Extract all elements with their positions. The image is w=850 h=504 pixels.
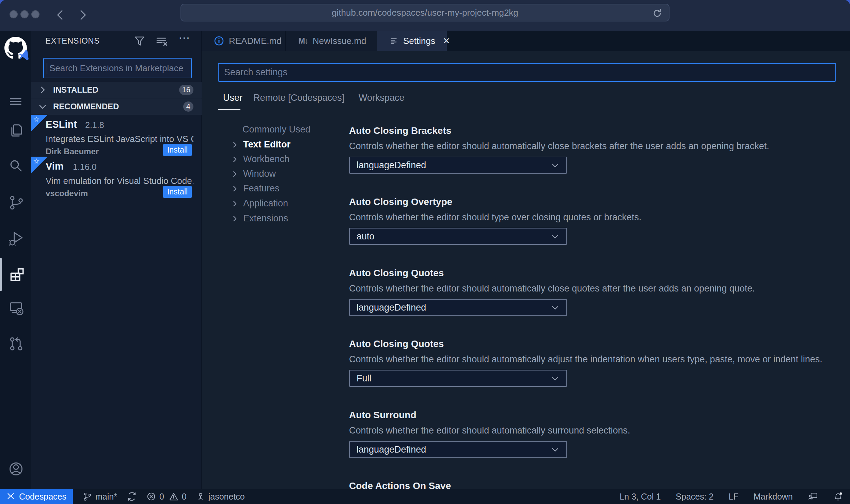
section-label: RECOMMENDED (53, 102, 119, 111)
star-icon: ☆ (33, 157, 40, 166)
github-codespaces-logo (4, 37, 27, 59)
text-cursor (47, 63, 47, 74)
toc-label: Window (243, 169, 276, 179)
sync-button[interactable] (127, 491, 137, 502)
setting-description: Controls whether the editor should type … (349, 212, 641, 223)
dropdown-value: Full (357, 373, 551, 384)
tab-label: README.md (229, 36, 282, 46)
extensions-icon[interactable] (8, 267, 25, 283)
traffic-light-close[interactable] (10, 10, 18, 18)
extension-name: ESLint (46, 119, 77, 130)
address-bar[interactable]: github.com/codespaces/user-my-project-mg… (180, 4, 670, 21)
setting-dropdown[interactable]: languageDefined (349, 157, 567, 174)
extension-description: Integrates ESLint JavaScript into VS C..… (46, 134, 193, 144)
language-mode[interactable]: Markdown (754, 492, 793, 502)
browser-forward-icon[interactable] (76, 8, 89, 22)
info-icon (214, 36, 224, 46)
setting-dropdown[interactable]: auto (349, 228, 567, 245)
setting-title: Auto Closing Quotes (349, 338, 843, 349)
chevron-right-icon (231, 156, 238, 163)
extension-name: Vim (46, 161, 64, 172)
indentation[interactable]: Spaces: 2 (676, 492, 713, 502)
status-bar: Codespaces main* 0 0 jasonetco Ln 3, Col… (0, 489, 850, 504)
active-view-indicator (0, 258, 2, 291)
scope-tab-remote[interactable]: Remote [Codespaces] (253, 93, 344, 103)
toc-label: Commonly Used (242, 124, 311, 135)
activity-bar: ⚙ (0, 31, 31, 489)
browser-back-icon[interactable] (54, 8, 67, 22)
cursor-position[interactable]: Ln 3, Col 1 (619, 492, 661, 502)
tab-readme[interactable]: README.md (202, 31, 286, 51)
tab-newissue[interactable]: M↓ NewIssue.md (286, 31, 377, 51)
settings-list-icon (390, 36, 398, 45)
traffic-light-zoom[interactable] (31, 10, 40, 18)
chevron-right-icon (231, 170, 238, 178)
branch-icon (82, 492, 92, 501)
toc-window[interactable]: Window (231, 167, 276, 181)
chevron-down-icon (551, 303, 560, 312)
setting-dropdown[interactable]: languageDefined (349, 441, 567, 458)
tab-bar: README.md M↓ NewIssue.md Settings ✕ (202, 31, 850, 51)
codespaces-remote-button[interactable]: Codespaces (0, 489, 73, 504)
extensions-search-box[interactable] (43, 58, 192, 78)
install-button[interactable]: Install (163, 186, 192, 198)
setting-title: Auto Closing Quotes (349, 268, 843, 279)
extension-item-eslint[interactable]: ☆ ESLint 2.1.8 Integrates ESLint JavaScr… (31, 115, 202, 156)
chevron-right-icon (231, 200, 238, 207)
setting-dropdown[interactable]: Full (349, 370, 567, 387)
toc-label: Workbench (243, 154, 289, 164)
install-button[interactable]: Install (163, 144, 192, 156)
toc-features[interactable]: Features (231, 181, 280, 196)
traffic-light-minimize[interactable] (20, 10, 29, 18)
error-icon (146, 492, 156, 501)
toc-extensions[interactable]: Extensions (231, 211, 288, 226)
branch-indicator[interactable]: main* (82, 492, 117, 502)
reload-icon[interactable] (652, 8, 663, 19)
extension-item-vim[interactable]: ☆ Vim 1.16.0 Vim emulation for Visual St… (31, 157, 202, 198)
toc-workbench[interactable]: Workbench (231, 152, 289, 167)
account-icon[interactable] (8, 461, 24, 477)
tab-settings[interactable]: Settings ✕ (377, 31, 447, 51)
setting-title: Code Actions On Save (349, 481, 843, 489)
settings-search-input[interactable] (219, 64, 835, 81)
installed-count-badge: 16 (179, 85, 193, 95)
more-actions-icon[interactable]: ⋯ (178, 33, 190, 43)
eol-sequence[interactable]: LF (728, 492, 738, 502)
setting-description: Controls whether the editor should autom… (349, 283, 755, 294)
section-recommended[interactable]: RECOMMENDED 4 (31, 98, 202, 115)
chevron-right-icon (231, 185, 238, 192)
explorer-icon[interactable] (8, 123, 24, 138)
run-debug-icon[interactable] (8, 230, 24, 246)
scope-tab-user[interactable]: User (223, 93, 242, 103)
toc-commonly-used[interactable]: Commonly Used (231, 122, 311, 137)
notifications-bell-icon[interactable] (833, 491, 843, 502)
tab-label: NewIssue.md (313, 36, 366, 46)
filter-icon[interactable] (133, 35, 146, 47)
warning-count: 0 (182, 492, 187, 502)
extensions-sidebar: EXTENSIONS ⋯ INSTALLED 16 RECOMMENDED 4 (31, 31, 202, 489)
feedback-icon[interactable] (808, 491, 818, 502)
close-icon[interactable]: ✕ (443, 36, 450, 46)
menu-icon[interactable] (8, 94, 23, 109)
search-icon[interactable] (8, 158, 24, 174)
extensions-search-input[interactable] (44, 59, 191, 78)
setting-dropdown[interactable]: languageDefined (349, 299, 567, 316)
setting-title: Auto Closing Brackets (349, 125, 843, 136)
browser-chrome: github.com/codespaces/user-my-project-mg… (0, 0, 850, 31)
problems-indicator[interactable]: 0 0 (146, 492, 187, 502)
user-indicator[interactable]: jasonetco (196, 492, 245, 502)
source-control-icon[interactable] (8, 194, 24, 210)
pull-requests-icon[interactable] (8, 336, 24, 351)
branch-name: main* (95, 492, 117, 502)
vscode-logo (17, 49, 30, 62)
toc-text-editor[interactable]: Text Editor (231, 137, 290, 152)
setting-auto-closing-quotes: Auto Closing Quotes Controls whether the… (349, 268, 843, 322)
toc-application[interactable]: Application (231, 196, 288, 211)
scope-tab-workspace[interactable]: Workspace (359, 93, 405, 103)
active-scope-underline (218, 109, 240, 110)
chevron-right-icon (231, 215, 238, 222)
section-installed[interactable]: INSTALLED 16 (31, 82, 202, 98)
remote-explorer-icon[interactable] (8, 300, 24, 316)
clear-extensions-icon[interactable] (155, 35, 169, 48)
settings-search-box[interactable] (218, 63, 836, 82)
